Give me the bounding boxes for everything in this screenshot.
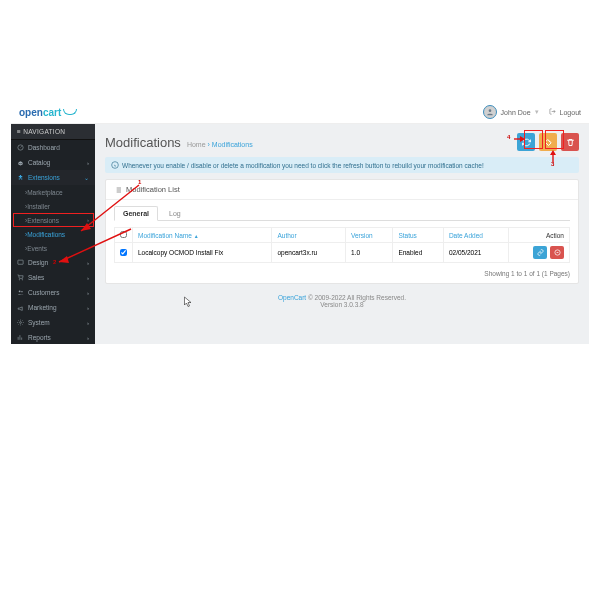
cell-date: 02/05/2021: [443, 243, 508, 263]
svg-point-4: [21, 291, 22, 292]
sidebar-item-sales[interactable]: Sales›: [11, 270, 95, 285]
refresh-button[interactable]: [517, 133, 535, 151]
sidebar-item-dashboard[interactable]: Dashboard: [11, 140, 95, 155]
alert-info: Whenever you enable / disable or delete …: [105, 157, 579, 173]
cell-status: Enabled: [393, 243, 444, 263]
panel-title: Modification List: [126, 185, 180, 194]
footer-link[interactable]: OpenCart: [278, 294, 306, 301]
col-action: Action: [509, 228, 570, 243]
col-author[interactable]: Author: [272, 228, 346, 243]
cell-name: Localcopy OCMOD Install Fix: [133, 243, 272, 263]
table-row: Localcopy OCMOD Install Fix opencart3x.r…: [115, 243, 570, 263]
svg-point-5: [20, 322, 22, 324]
sidebar-sub-extensions[interactable]: › Extensions›: [11, 213, 95, 227]
list-icon: [114, 186, 122, 194]
sidebar-item-system[interactable]: System›: [11, 315, 95, 330]
row-disable-button[interactable]: [550, 246, 564, 259]
col-date[interactable]: Date Added: [443, 228, 508, 243]
nav-title: ≡ NAVIGATION: [11, 124, 95, 140]
sidebar-item-catalog[interactable]: Catalog›: [11, 155, 95, 170]
sidebar-sub-installer[interactable]: › Installer: [11, 199, 95, 213]
sidebar-sub-marketplace[interactable]: › Marketplace: [11, 185, 95, 199]
info-icon: [111, 161, 119, 169]
sidebar-item-design[interactable]: Design›: [11, 255, 95, 270]
panel-modifications: Modification List General Log Modificati…: [105, 179, 579, 284]
sidebar-sub-events[interactable]: › Events: [11, 241, 95, 255]
logo-open: open: [19, 107, 43, 118]
logout-link[interactable]: Logout: [560, 109, 581, 116]
row-link-button[interactable]: [533, 246, 547, 259]
logout-icon: [549, 108, 556, 116]
sidebar-item-marketing[interactable]: Marketing›: [11, 300, 95, 315]
col-name[interactable]: Modification Name ▲: [133, 228, 272, 243]
tab-log[interactable]: Log: [160, 206, 190, 220]
delete-button[interactable]: [561, 133, 579, 151]
pager-text: Showing 1 to 1 of 1 (1 Pages): [106, 267, 578, 283]
logo-cart-text: cart: [43, 107, 61, 118]
sidebar-sub-modifications[interactable]: › Modifications: [11, 227, 95, 241]
col-version[interactable]: Version: [346, 228, 393, 243]
cell-version: 1.0: [346, 243, 393, 263]
modifications-table: Modification Name ▲ Author Version Statu…: [114, 227, 570, 263]
select-all-checkbox[interactable]: [120, 231, 127, 238]
sidebar-item-reports[interactable]: Reports›: [11, 330, 95, 344]
page-title: Modifications: [105, 135, 181, 150]
breadcrumb: Home › Modifications: [187, 141, 253, 148]
tab-general[interactable]: General: [114, 206, 158, 221]
avatar[interactable]: [483, 105, 497, 119]
row-checkbox[interactable]: [120, 249, 127, 256]
sidebar-item-extensions[interactable]: Extensions⌄: [11, 170, 95, 185]
cart-icon: [63, 108, 77, 116]
svg-rect-2: [18, 260, 23, 264]
footer-version: Version 3.0.3.8: [320, 301, 363, 308]
svg-point-3: [19, 290, 21, 292]
logo[interactable]: opencart: [19, 107, 77, 118]
user-name[interactable]: John Doe: [501, 109, 531, 116]
cell-author: opencart3x.ru: [272, 243, 346, 263]
sidebar: ≡ NAVIGATION Dashboard Catalog› Extensio…: [11, 124, 95, 344]
sidebar-item-customers[interactable]: Customers›: [11, 285, 95, 300]
clear-button[interactable]: [539, 133, 557, 151]
svg-point-0: [488, 109, 491, 112]
col-status[interactable]: Status: [393, 228, 444, 243]
footer: OpenCart © 2009-2022 All Rights Reserved…: [95, 284, 589, 318]
